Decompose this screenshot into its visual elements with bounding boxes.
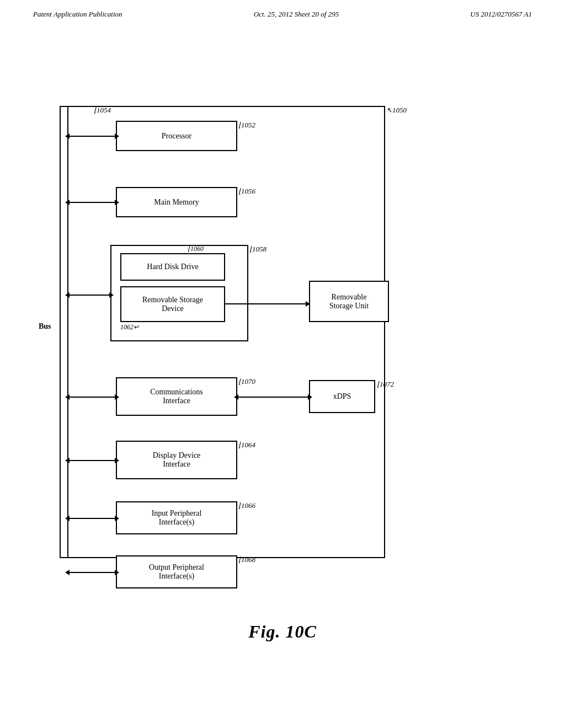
- label-1066: ⌊1066: [238, 501, 255, 510]
- label-1052: ⌊1052: [238, 121, 255, 130]
- diagram-area: ⌊1054 ↖1050 Bus Processor ⌊1052 Main Mem…: [0, 24, 565, 670]
- label-1070: ⌊1070: [238, 377, 255, 386]
- page-header: Patent Application Publication Oct. 25, …: [0, 0, 565, 19]
- hdd-block: Hard Disk Drive: [120, 253, 225, 281]
- arrow-input: [68, 518, 116, 519]
- label-1056: ⌊1056: [238, 187, 255, 196]
- header-center: Oct. 25, 2012 Sheet 20 of 295: [254, 10, 339, 19]
- label-1072: ⌊1072: [377, 380, 394, 389]
- display-device-interface-block: Display Device Interface: [116, 441, 237, 479]
- arrow-display: [68, 460, 116, 461]
- arrow-comm: [68, 397, 116, 398]
- arrow-removable-unit: [225, 303, 309, 304]
- bus-label: Bus: [39, 322, 51, 331]
- removable-storage-unit-block: Removable Storage Unit: [309, 281, 389, 322]
- xdps-block: xDPS: [309, 380, 375, 413]
- arrow-processor: [68, 136, 116, 137]
- label-1060: ⌊1060: [188, 245, 204, 253]
- arrow-output: [68, 572, 116, 573]
- label-1068: ⌊1068: [238, 555, 255, 564]
- label-1050: ↖1050: [386, 106, 407, 115]
- input-peripheral-block: Input Peripheral Interface(s): [116, 501, 237, 534]
- bus-bar: [60, 106, 68, 558]
- header-right: US 2012/0270567 A1: [470, 10, 532, 19]
- processor-block: Processor: [116, 121, 237, 151]
- label-1064: ⌊1064: [238, 441, 255, 449]
- communications-interface-block: Communications Interface: [116, 377, 237, 416]
- label-1054: ⌊1054: [94, 106, 111, 115]
- main-memory-block: Main Memory: [116, 187, 237, 217]
- arrow-storage: [68, 295, 110, 296]
- label-1058: ⌊1058: [249, 245, 266, 254]
- fig-caption: Fig. 10C: [0, 622, 565, 642]
- removable-storage-device-block: Removable Storage Device: [120, 286, 225, 322]
- header-left: Patent Application Publication: [33, 10, 122, 19]
- output-peripheral-block: Output Peripheral Interface(s): [116, 555, 237, 588]
- arrow-xdps: [237, 397, 309, 398]
- label-1062: 1062↵: [120, 323, 139, 331]
- arrow-main-memory: [68, 202, 116, 203]
